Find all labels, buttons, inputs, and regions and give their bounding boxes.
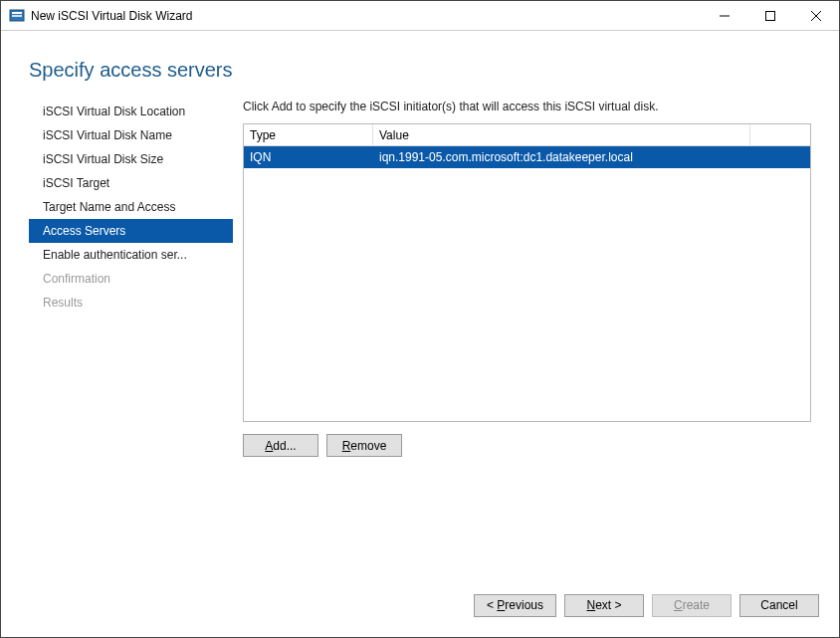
cell-value: iqn.1991-05.com.microsoft:dc1.datakeeper… [373,150,750,164]
close-button[interactable] [793,1,839,31]
wizard-step-6[interactable]: Enable authentication ser... [29,243,233,267]
add-button[interactable]: Add... [243,434,318,457]
instruction-text: Click Add to specify the iSCSI initiator… [243,100,811,113]
svg-rect-4 [766,11,775,20]
wizard-step-8: Results [29,291,233,315]
table-buttons-row: Add... Remove [243,434,811,457]
cell-type: IQN [244,150,373,164]
table-row[interactable]: IQNiqn.1991-05.com.microsoft:dc1.datakee… [244,146,810,168]
previous-button[interactable]: < Previous [474,594,556,617]
wizard-step-4[interactable]: Target Name and Access [29,195,233,219]
wizard-steps-sidebar: iSCSI Virtual Disk LocationiSCSI Virtual… [29,100,233,589]
wizard-step-5[interactable]: Access Servers [29,219,233,243]
wizard-footer: < Previous Next > Create Cancel [1,589,839,637]
content-area: iSCSI Virtual Disk LocationiSCSI Virtual… [1,100,839,589]
wizard-window: New iSCSI Virtual Disk Wizard Specify ac… [0,0,840,638]
next-button[interactable]: Next > [564,594,644,617]
wizard-step-1[interactable]: iSCSI Virtual Disk Name [29,123,233,147]
titlebar: New iSCSI Virtual Disk Wizard [1,1,839,31]
table-header-row: Type Value [244,124,810,146]
wizard-step-7: Confirmation [29,267,233,291]
minimize-button[interactable] [702,1,747,31]
svg-rect-2 [12,15,22,17]
window-title: New iSCSI Virtual Disk Wizard [31,9,192,23]
table-header-type[interactable]: Type [244,124,373,145]
app-icon [9,8,25,24]
wizard-body: Specify access servers iSCSI Virtual Dis… [1,31,839,589]
initiators-table: Type Value IQNiqn.1991-05.com.microsoft:… [243,123,811,422]
wizard-step-2[interactable]: iSCSI Virtual Disk Size [29,147,233,171]
maximize-button[interactable] [747,1,793,31]
page-heading: Specify access servers [1,31,839,100]
table-body: IQNiqn.1991-05.com.microsoft:dc1.datakee… [244,146,810,421]
main-panel: Click Add to specify the iSCSI initiator… [233,100,811,589]
wizard-step-0[interactable]: iSCSI Virtual Disk Location [29,100,233,123]
create-button: Create [652,594,732,617]
table-header-value[interactable]: Value [373,124,750,145]
table-header-spacer [750,124,810,145]
cancel-button[interactable]: Cancel [739,594,819,617]
remove-button[interactable]: Remove [326,434,402,457]
svg-rect-1 [12,12,22,14]
wizard-step-3[interactable]: iSCSI Target [29,171,233,195]
